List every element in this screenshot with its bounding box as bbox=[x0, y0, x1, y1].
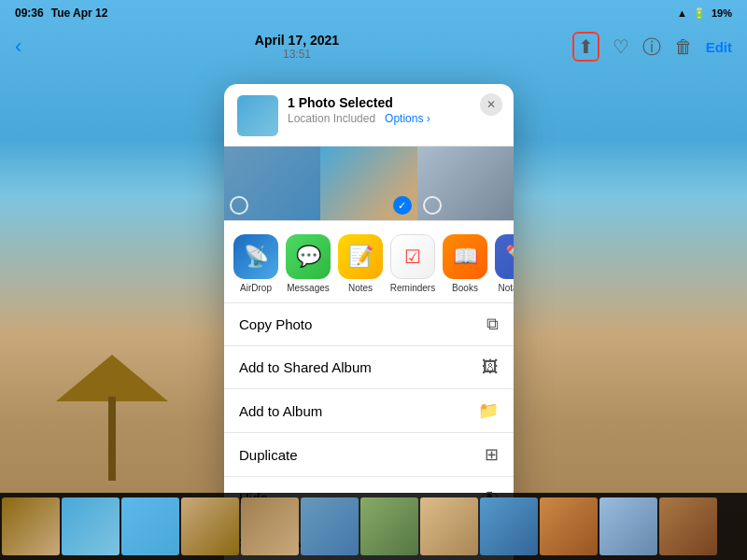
share-sheet: 1 Photo Selected Location Included Optio… bbox=[224, 84, 514, 560]
sheet-subtitle: Location Included Options › bbox=[288, 112, 500, 125]
photo-1[interactable] bbox=[224, 147, 320, 220]
app-notes[interactable]: 📝 Notes bbox=[338, 234, 383, 293]
back-button[interactable]: ‹ bbox=[15, 35, 21, 59]
film-thumb-4[interactable] bbox=[181, 497, 239, 555]
nav-left: ‹ bbox=[15, 35, 21, 59]
notes-label: Notes bbox=[348, 283, 373, 293]
action-duplicate[interactable]: Duplicate ⊞ bbox=[224, 433, 514, 477]
options-button[interactable]: Options › bbox=[385, 112, 430, 125]
app-books[interactable]: 📖 Books bbox=[443, 234, 487, 293]
film-thumb-11[interactable] bbox=[599, 497, 657, 555]
info-button[interactable]: ⓘ bbox=[642, 35, 661, 60]
add-album-label: Add to Album bbox=[239, 403, 322, 419]
beach-hut bbox=[56, 355, 168, 485]
film-thumb-8[interactable] bbox=[420, 497, 478, 555]
status-bar: 09:36 Tue Apr 12 ▲ 🔋 19% bbox=[0, 0, 747, 26]
sheet-title: 1 Photo Selected bbox=[288, 95, 500, 110]
airdrop-label: AirDrop bbox=[240, 283, 272, 293]
film-thumb-9[interactable] bbox=[480, 497, 538, 555]
battery-percent: 19% bbox=[712, 7, 732, 19]
film-thumb-12[interactable] bbox=[659, 497, 717, 555]
delete-button[interactable]: 🗑 bbox=[674, 36, 693, 58]
select-circle-1 bbox=[230, 196, 248, 215]
duplicate-label: Duplicate bbox=[239, 447, 298, 463]
add-album-icon: 📁 bbox=[478, 400, 499, 421]
notability-icon: ✏️ bbox=[495, 234, 514, 279]
status-left: 09:36 Tue Apr 12 bbox=[15, 7, 107, 20]
status-right: ▲ 🔋 19% bbox=[677, 7, 732, 20]
duplicate-icon: ⊞ bbox=[485, 444, 499, 465]
select-circle-3 bbox=[423, 196, 442, 215]
film-thumb-6[interactable] bbox=[301, 497, 359, 555]
status-day: Tue Apr 12 bbox=[51, 7, 108, 20]
location-label: Location Included bbox=[288, 112, 375, 125]
sheet-thumbnail bbox=[237, 95, 278, 136]
app-notability[interactable]: ✏️ Notability bbox=[495, 234, 514, 293]
wifi-icon: ▲ bbox=[677, 7, 687, 19]
photo-3[interactable] bbox=[417, 147, 514, 220]
nav-center: April 17, 2021 13:51 bbox=[255, 33, 339, 61]
status-time: 09:36 bbox=[15, 7, 44, 20]
photo-2[interactable]: ✓ bbox=[320, 147, 416, 220]
film-thumb-3[interactable] bbox=[121, 497, 179, 555]
app-reminders[interactable]: ☑ Reminders bbox=[390, 234, 435, 293]
nav-bar: ‹ April 17, 2021 13:51 ⬆ ♡ ⓘ 🗑 Edit bbox=[0, 26, 747, 67]
reminders-label: Reminders bbox=[390, 283, 435, 293]
copy-photo-label: Copy Photo bbox=[239, 316, 312, 332]
sheet-header: 1 Photo Selected Location Included Optio… bbox=[224, 84, 514, 147]
books-label: Books bbox=[452, 283, 478, 293]
nav-time: 13:51 bbox=[255, 48, 339, 61]
film-thumb-1[interactable] bbox=[2, 497, 60, 555]
messages-icon: 💬 bbox=[286, 234, 331, 279]
share-button[interactable]: ⬆ bbox=[572, 32, 599, 62]
add-shared-album-icon: 🖼 bbox=[482, 357, 499, 377]
action-add-shared-album[interactable]: Add to Shared Album 🖼 bbox=[224, 346, 514, 389]
reminders-icon: ☑ bbox=[390, 234, 435, 279]
select-check-2: ✓ bbox=[393, 196, 412, 215]
edit-button[interactable]: Edit bbox=[706, 39, 732, 55]
filmstrip bbox=[0, 493, 747, 560]
film-thumb-5[interactable] bbox=[241, 497, 299, 555]
action-copy-photo[interactable]: Copy Photo ⧉ bbox=[224, 303, 514, 346]
copy-photo-icon: ⧉ bbox=[486, 315, 499, 334]
airdrop-icon: 📡 bbox=[233, 234, 278, 279]
add-shared-album-label: Add to Shared Album bbox=[239, 359, 372, 375]
close-button[interactable]: ✕ bbox=[480, 93, 502, 116]
app-icons-row: 📡 AirDrop 💬 Messages 📝 Notes ☑ Reminders… bbox=[224, 221, 514, 303]
sheet-title-block: 1 Photo Selected Location Included Optio… bbox=[288, 95, 500, 125]
battery-icon: 🔋 bbox=[693, 7, 706, 20]
sheet-photos: ✓ bbox=[224, 147, 514, 221]
film-thumb-10[interactable] bbox=[540, 497, 598, 555]
notability-label: Notability bbox=[498, 283, 514, 293]
action-add-album[interactable]: Add to Album 📁 bbox=[224, 389, 514, 433]
nav-date: April 17, 2021 bbox=[255, 33, 339, 48]
app-messages[interactable]: 💬 Messages bbox=[286, 234, 331, 293]
film-thumb-2[interactable] bbox=[62, 497, 120, 555]
messages-label: Messages bbox=[287, 283, 330, 293]
heart-button[interactable]: ♡ bbox=[613, 35, 629, 58]
notes-icon: 📝 bbox=[338, 234, 383, 279]
nav-right: ⬆ ♡ ⓘ 🗑 Edit bbox=[572, 32, 732, 62]
film-thumb-7[interactable] bbox=[360, 497, 418, 555]
books-icon: 📖 bbox=[443, 234, 487, 279]
app-airdrop[interactable]: 📡 AirDrop bbox=[233, 234, 278, 293]
